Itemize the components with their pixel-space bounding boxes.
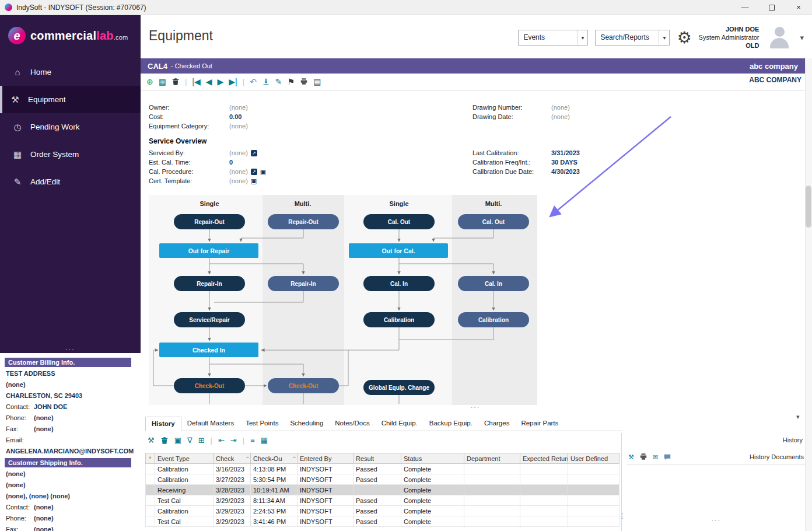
sidebar-item-pending-work[interactable]: ◷ Pending Work xyxy=(0,113,141,141)
node-cal-out-multi[interactable]: Cal. Out xyxy=(458,214,529,229)
sidebar-item-home[interactable]: ⌂ Home xyxy=(0,58,141,86)
sort-icon[interactable]: ≡ xyxy=(293,455,296,460)
download-icon[interactable] xyxy=(262,78,270,86)
undo-icon[interactable]: ↶ xyxy=(250,77,257,86)
search-reports-dropdown[interactable]: Search/Reports ▾ xyxy=(595,30,670,46)
collapse-chevron-icon[interactable]: ▾ xyxy=(796,413,800,421)
expand-columns-icon[interactable]: ⇥ xyxy=(230,436,237,445)
table-row[interactable]: Calibration3/16/20234:13:08 PMINDYSOFTPa… xyxy=(146,464,620,474)
clipboard-icon[interactable]: ▣ xyxy=(174,436,181,445)
column-header-expected-return[interactable]: Expected Return xyxy=(520,453,568,464)
open-link-icon[interactable]: ↗ xyxy=(251,169,257,175)
node-calibration-single[interactable]: Calibration xyxy=(363,312,435,327)
tab-notes-docs[interactable]: Notes/Docs xyxy=(329,417,375,431)
flag-icon[interactable]: ⚑ xyxy=(288,77,295,86)
row-marker-header: * xyxy=(146,453,155,464)
edit-icon[interactable]: ✎ xyxy=(275,77,282,86)
scrollbar-thumb[interactable] xyxy=(806,186,811,228)
open-link-icon[interactable]: ↗ xyxy=(251,150,257,156)
tab-child-equip[interactable]: Child Equip. xyxy=(376,417,424,431)
node-repair-in-single[interactable]: Repair-In xyxy=(174,276,245,291)
chevron-down-icon[interactable]: ▾ xyxy=(800,33,804,42)
filter-icon[interactable]: ∇ xyxy=(187,436,192,445)
panel-splitter-handle[interactable]: ... xyxy=(627,515,805,523)
collapse-columns-icon[interactable]: ⇤ xyxy=(218,436,225,445)
print-icon[interactable] xyxy=(639,453,648,461)
avatar[interactable] xyxy=(766,24,793,51)
first-record-icon[interactable]: |◀ xyxy=(192,77,200,86)
node-checked-in[interactable]: Checked In xyxy=(159,343,258,357)
column-header-user-defined[interactable]: User Defined xyxy=(568,453,620,464)
tab-charges[interactable]: Charges xyxy=(478,417,515,431)
column-header-status[interactable]: Status xyxy=(401,453,464,464)
tab-test-points[interactable]: Test Points xyxy=(240,417,284,431)
node-repair-out-single[interactable]: Repair-Out xyxy=(174,214,245,229)
previous-record-icon[interactable]: ◀ xyxy=(206,77,212,86)
app-logo[interactable]: e commerciallab.com xyxy=(0,15,141,44)
node-check-out-single[interactable]: Check-Out xyxy=(174,378,245,393)
add-record-icon[interactable]: ⊕ xyxy=(146,77,153,86)
maximize-button[interactable] xyxy=(758,0,785,15)
last-record-icon[interactable]: ▶| xyxy=(229,77,237,86)
table-row[interactable]: Calibration3/29/20232:24:53 PMINDYSOFTPa… xyxy=(146,506,620,516)
column-header-check[interactable]: Check≡ xyxy=(214,453,251,464)
node-calibration-multi[interactable]: Calibration xyxy=(458,312,529,327)
open-window-icon[interactable]: ▣ xyxy=(251,178,257,184)
minimize-button[interactable]: — xyxy=(732,0,758,15)
events-dropdown[interactable]: Events ▾ xyxy=(518,30,588,46)
export-grid-icon[interactable]: ⊞ xyxy=(198,436,205,445)
contact-label: Contact: xyxy=(6,502,34,512)
node-cal-in-single[interactable]: Cal. In xyxy=(363,276,435,291)
table-row[interactable]: Test Cal3/29/20233:41:46 PMINDYSOFTPasse… xyxy=(146,516,620,527)
column-header-result[interactable]: Result xyxy=(354,453,401,464)
history-table: * Event Type Check≡ Check-Ou≡ Entered By… xyxy=(145,453,620,527)
sidebar-item-order-system[interactable]: ▦ Order System xyxy=(0,141,141,168)
history-grid-toolbar: ⚒ ▣ ∇ ⊞ | ⇤ ⇥ | ≡ ▦ xyxy=(148,436,268,445)
modify-icon[interactable]: ⚒ xyxy=(628,453,634,461)
sidebar-splitter-handle[interactable]: ... xyxy=(0,344,141,352)
avatar-head xyxy=(775,27,785,37)
calendar-view-icon[interactable]: ▦ xyxy=(261,436,268,445)
node-repair-out-multi[interactable]: Repair-Out xyxy=(268,214,339,229)
tab-default-masters[interactable]: Default Masters xyxy=(181,417,240,431)
next-record-icon[interactable]: ▶ xyxy=(218,77,224,86)
column-header-entered-by[interactable]: Entered By xyxy=(298,453,354,464)
vertical-splitter-handle[interactable]: ⋮ xyxy=(619,512,625,520)
open-window-icon[interactable]: ▣ xyxy=(260,169,266,175)
calendar-icon[interactable]: ▦ xyxy=(159,77,166,86)
mail-icon[interactable]: ✉ xyxy=(653,453,658,461)
table-row[interactable]: Receiving3/28/202310:19:41 AMINDYSOFTCom… xyxy=(146,485,620,495)
node-cal-out-single[interactable]: Cal. Out xyxy=(363,214,435,229)
sidebar-item-add-edit[interactable]: ✎ Add/Edit xyxy=(0,168,141,195)
node-out-for-cal[interactable]: Out for Cal. xyxy=(349,243,448,258)
document-icon[interactable]: ▤ xyxy=(313,77,321,86)
node-global-equip-change[interactable]: Global Equip. Change xyxy=(363,380,435,395)
gear-icon[interactable]: ⚙ xyxy=(677,28,691,47)
table-row[interactable]: Test Cal3/29/20238:11:34 AMINDYSOFTPasse… xyxy=(146,495,620,506)
table-row[interactable]: Calibration3/27/20235:30:54 PMINDYSOFTPa… xyxy=(146,474,620,485)
list-view-icon[interactable]: ≡ xyxy=(250,436,255,445)
tab-backup-equip[interactable]: Backup Equip. xyxy=(424,417,478,431)
node-service-repair[interactable]: Service/Repair xyxy=(174,312,245,327)
column-header-department[interactable]: Department xyxy=(464,453,520,464)
vertical-scrollbar[interactable] xyxy=(805,58,812,531)
print-icon[interactable] xyxy=(300,78,308,86)
column-header-check-out[interactable]: Check-Ou≡ xyxy=(251,453,298,464)
tab-scheduling[interactable]: Scheduling xyxy=(284,417,329,431)
node-cal-in-multi[interactable]: Cal. In xyxy=(458,276,529,291)
column-header-event-type[interactable]: Event Type xyxy=(155,453,214,464)
modify-icon[interactable]: ⚒ xyxy=(148,436,155,445)
billing-email-value[interactable]: ANGELENA.MARCIANO@INDYSOFT.COM xyxy=(6,446,135,456)
sidebar-item-label: Pending Work xyxy=(30,123,80,131)
delete-icon[interactable] xyxy=(172,78,180,86)
sort-icon[interactable]: ≡ xyxy=(246,455,249,460)
close-button[interactable]: × xyxy=(785,0,812,15)
node-out-for-repair[interactable]: Out for Repair xyxy=(159,243,258,258)
comment-icon[interactable] xyxy=(663,453,671,461)
tab-history[interactable]: History xyxy=(145,417,181,431)
node-check-out-multi[interactable]: Check-Out xyxy=(268,378,339,393)
sidebar-item-equipment[interactable]: ⚒ Equipment xyxy=(0,86,141,113)
tab-repair-parts[interactable]: Repair Parts xyxy=(515,417,564,431)
node-repair-in-multi[interactable]: Repair-In xyxy=(268,276,339,291)
delete-icon[interactable] xyxy=(160,436,169,445)
